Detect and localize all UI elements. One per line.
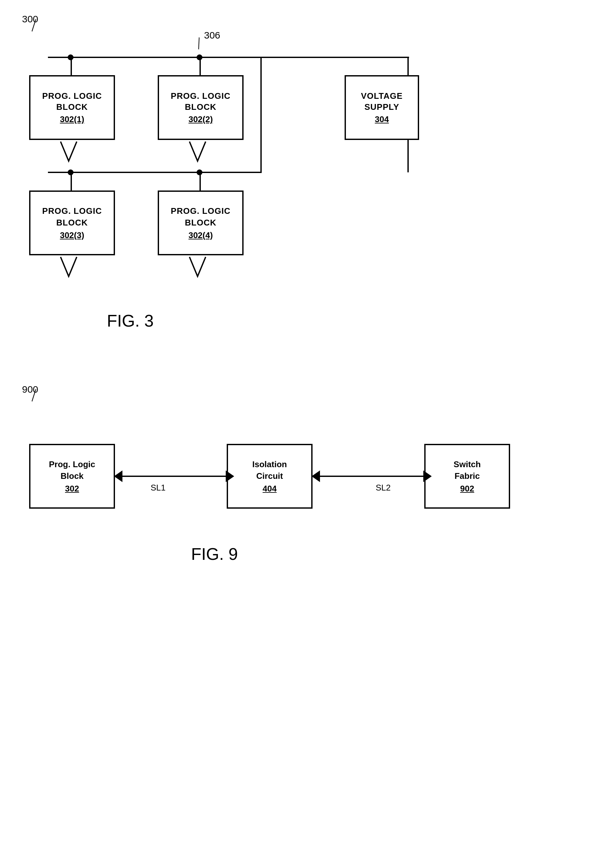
diagram-container: 300 ╲ 306 ╲ PROG. LOGICBLOCK 302(1) PROG… — [0, 0, 616, 855]
plb4-title: PROG. LOGICBLOCK — [171, 205, 230, 228]
plb1-title: PROG. LOGICBLOCK — [42, 91, 102, 113]
sf-title: SwitchFabric — [454, 459, 481, 481]
arrow-down-plb1-icon — [59, 140, 78, 166]
arrow-down-plb2-icon — [188, 140, 207, 166]
arrow-line-right — [313, 476, 424, 477]
plb302-ref: 302 — [65, 484, 79, 494]
plb2-title: PROG. LOGICBLOCK — [171, 91, 230, 113]
fig9-caption: FIG. 9 — [191, 544, 238, 564]
arrow-down-plb4-icon — [188, 255, 207, 281]
arrowhead-right-right-icon — [423, 470, 432, 482]
vline-plb3 — [70, 172, 72, 191]
label-306: 306 — [204, 30, 220, 41]
plb1-ref: 302(1) — [60, 114, 84, 124]
vs-ref: 304 — [375, 114, 389, 124]
vs-top-hline — [345, 57, 409, 58]
box-plb4: PROG. LOGICBLOCK 302(4) — [158, 190, 243, 255]
vline-plb4 — [200, 172, 201, 191]
box-plb302-fig9: Prog. LogicBlock 302 — [29, 444, 115, 509]
arrowhead-left-right-icon — [312, 470, 320, 482]
label-sl1: SL1 — [151, 483, 165, 493]
sf-ref: 902 — [460, 484, 474, 494]
arrow-down-plb3-icon — [59, 255, 78, 281]
box-switch-fabric: SwitchFabric 902 — [424, 444, 510, 509]
plb4-ref: 302(4) — [188, 230, 213, 241]
box-plb1: PROG. LOGICBLOCK 302(1) — [29, 75, 115, 140]
arrow-line-left — [115, 476, 227, 477]
iso-ref: 404 — [263, 484, 277, 494]
arrowhead-left-icon — [114, 470, 122, 482]
right-bus-vline — [260, 57, 262, 173]
fig3-caption: FIG. 3 — [107, 311, 153, 331]
arrow-306-icon: ╲ — [194, 38, 204, 49]
iso-title: IsolationCircuit — [252, 459, 287, 481]
bus-mid-line — [48, 172, 262, 173]
box-voltage-supply: VOLTAGESUPPLY 304 — [345, 75, 419, 140]
plb2-ref: 302(2) — [188, 114, 213, 124]
vline-plb2 — [200, 57, 201, 76]
plb3-title: PROG. LOGICBLOCK — [42, 205, 102, 228]
box-isolation-circuit: IsolationCircuit 404 — [227, 444, 313, 509]
vs-title: VOLTAGESUPPLY — [361, 91, 403, 113]
vline-plb1 — [70, 57, 72, 76]
box-plb3: PROG. LOGICBLOCK 302(3) — [29, 190, 115, 255]
label-sl2: SL2 — [376, 483, 391, 493]
plb3-ref: 302(3) — [60, 230, 84, 241]
plb302-title: Prog. LogicBlock — [49, 459, 95, 481]
box-plb2: PROG. LOGICBLOCK 302(2) — [158, 75, 243, 140]
arrowhead-right-left-icon — [226, 470, 234, 482]
